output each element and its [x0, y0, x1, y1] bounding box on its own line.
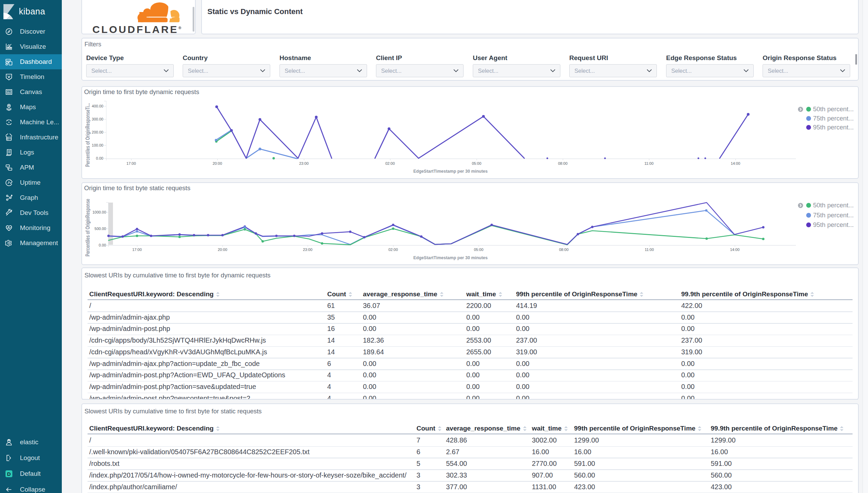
svg-text:D: D — [7, 471, 11, 477]
